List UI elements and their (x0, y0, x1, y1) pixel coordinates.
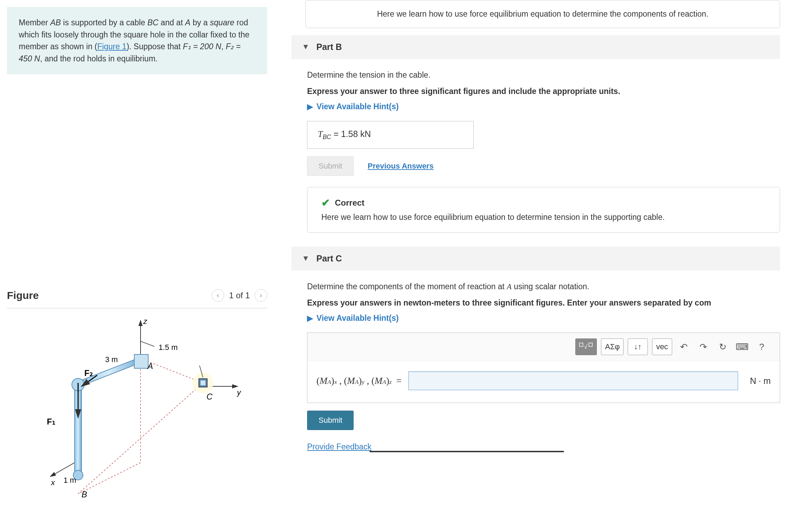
figure-pager: ‹ 1 of 1 › (212, 289, 267, 302)
part-c-submit-button[interactable]: Submit (307, 411, 354, 430)
var-a: A (507, 282, 511, 291)
caret-down-icon: ▼ (302, 42, 310, 51)
svg-line-5 (78, 463, 141, 494)
svg-line-15 (141, 341, 154, 346)
svg-rect-19 (589, 343, 592, 346)
part-b-feedback-text: Here we learn how to use force equilibri… (321, 211, 766, 223)
figure-diagram: z y x F₁ F₂ (7, 317, 267, 501)
text: using scalar notation. (511, 282, 589, 291)
caret-down-icon: ▼ (302, 254, 310, 263)
correct-label: Correct (335, 197, 364, 209)
previous-answers-link[interactable]: Previous Answers (367, 162, 433, 171)
text: ). Suppose that (127, 42, 183, 51)
provide-feedback-link[interactable]: Provide Feedback (307, 442, 371, 451)
text: , and the rod holds in equilibrium. (40, 54, 158, 63)
svg-rect-12 (201, 380, 205, 385)
text: , (221, 42, 226, 51)
part-b-header[interactable]: ▼ Part B (291, 35, 780, 59)
template-button[interactable]: √ (575, 338, 597, 355)
svg-text:√: √ (584, 343, 587, 350)
axis-z-label: z (143, 317, 147, 326)
eq-f1: F₁ = 200 N (183, 42, 221, 51)
part-c-title: Part C (316, 254, 342, 264)
check-icon: ✔ (321, 195, 330, 211)
redo-button[interactable]: ↷ (696, 339, 711, 354)
word-square: square (210, 18, 234, 27)
force-f2-label: F₂ (84, 368, 93, 378)
dim-3m: 3 m (105, 355, 118, 364)
figure-heading: Figure (7, 290, 39, 301)
caret-right-icon: ▶ (307, 102, 313, 111)
part-b-instruction: Determine the tension in the cable. (307, 69, 780, 81)
axis-x-label: x (51, 478, 55, 487)
svg-rect-17 (579, 343, 583, 346)
subscript-button[interactable]: ↓↑ (628, 338, 648, 355)
unit-label: N · m (745, 376, 771, 386)
point-b-label: B (82, 490, 87, 499)
part-c-answer-input[interactable] (408, 371, 738, 390)
part-b-answer-display: TBC = 1.58 kN (307, 121, 474, 149)
force-f1-label: F₁ (47, 417, 56, 426)
var-bc: BC (147, 18, 159, 27)
part-c-header[interactable]: ▼ Part C (291, 247, 780, 271)
figure-link[interactable]: Figure 1 (97, 42, 126, 51)
part-a-feedback-text: Here we learn how to use force equilibri… (377, 9, 708, 18)
figure-next-button[interactable]: › (255, 289, 267, 302)
greek-button[interactable]: ΑΣφ (601, 338, 624, 355)
var-a: A (185, 18, 190, 27)
text: Member (19, 18, 50, 27)
point-c-label: C (206, 392, 213, 401)
editor-toolbar: √ ΑΣφ ↓↑ vec ↶ ↷ ↻ ⌨ ? (307, 333, 780, 361)
keyboard-button[interactable]: ⌨ (735, 339, 750, 354)
vector-button[interactable]: vec (652, 338, 672, 355)
text: by a (191, 18, 210, 27)
part-b-feedback-box: ✔ Correct Here we learn how to use force… (307, 187, 780, 233)
answer-var: T (318, 129, 323, 139)
part-b-title: Part B (316, 42, 342, 52)
figure-count: 1 of 1 (229, 291, 250, 300)
hints-label: View Available Hint(s) (316, 314, 399, 323)
var-ab: AB (50, 18, 61, 27)
hints-label: View Available Hint(s) (316, 102, 399, 111)
figure-prev-button[interactable]: ‹ (212, 289, 224, 302)
answer-sub: BC (323, 134, 331, 140)
problem-statement: Member AB is supported by a cable BC and… (7, 7, 267, 74)
answer-editor: √ ΑΣφ ↓↑ vec ↶ ↷ ↻ ⌨ ? (MA)x , (MA)y , (… (307, 333, 780, 403)
point-a-label: A (147, 361, 153, 371)
text: and at (159, 18, 185, 27)
answer-val: 1.58 kN (341, 129, 371, 139)
part-b-submit-button: Submit (307, 156, 354, 176)
part-c-instruction: Determine the components of the moment o… (307, 281, 780, 292)
part-b-hints-toggle[interactable]: ▶ View Available Hint(s) (307, 102, 780, 111)
undo-button[interactable]: ↶ (676, 339, 692, 354)
axis-y-label: y (236, 388, 242, 397)
reset-button[interactable]: ↻ (715, 339, 730, 354)
part-a-feedback-box: Here we learn how to use force equilibri… (305, 0, 780, 28)
help-button[interactable]: ? (754, 339, 769, 354)
svg-line-2 (50, 463, 75, 477)
dim-1-5m: 1.5 m (159, 343, 178, 352)
part-c-hints-toggle[interactable]: ▶ View Available Hint(s) (307, 314, 780, 323)
part-c-format: Express your answers in newton-meters to… (307, 297, 780, 309)
text: is supported by a cable (61, 18, 147, 27)
text: Determine the components of the moment o… (307, 282, 507, 291)
answer-eq: = (331, 129, 341, 139)
dim-1m: 1 m (64, 476, 76, 484)
answer-variable-label: (MA)x , (MA)y , (MA)z = (316, 376, 401, 386)
svg-rect-9 (134, 354, 148, 368)
part-b-format: Express your answer to three significant… (307, 86, 780, 97)
svg-line-6 (78, 383, 203, 494)
caret-right-icon: ▶ (307, 314, 313, 323)
